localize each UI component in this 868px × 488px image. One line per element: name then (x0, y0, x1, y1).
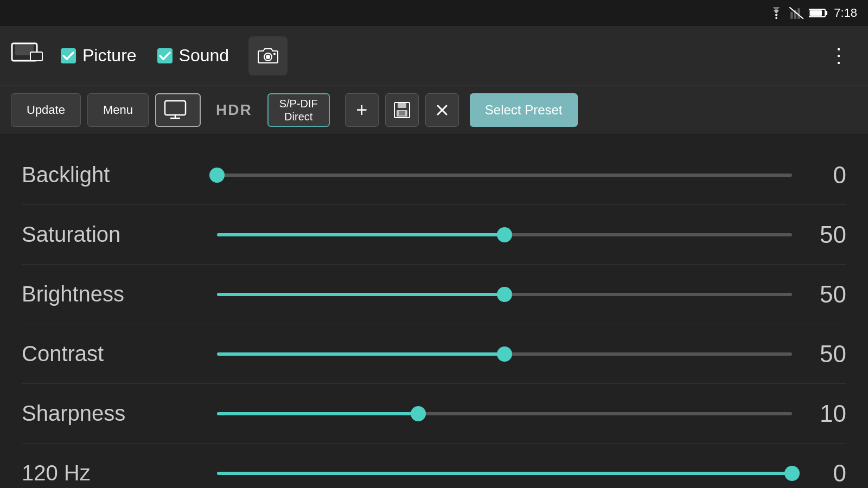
slider-track-wrap-5[interactable] (206, 472, 803, 475)
slider-label-4: Sharpness (22, 401, 206, 426)
slider-track-4 (217, 412, 792, 415)
svg-point-0 (775, 17, 777, 19)
monitor-button[interactable] (155, 93, 201, 127)
slider-label-5: 120 Hz (22, 461, 206, 485)
select-preset-button[interactable]: Select Preset (470, 93, 578, 127)
slider-row-120-hz: 120 Hz0 (22, 444, 846, 488)
slider-row-brightness: Brightness50 (22, 265, 846, 324)
control-bar: Update Menu HDR S/P-DIF Direct + Select (0, 86, 868, 134)
picture-label: Picture (82, 46, 137, 66)
slider-thumb-1[interactable] (497, 227, 512, 242)
slider-value-3: 50 (803, 341, 846, 368)
svg-rect-16 (165, 101, 186, 115)
slider-value-0: 0 (803, 162, 846, 189)
svg-rect-6 (825, 11, 827, 15)
slider-fill-3 (217, 352, 505, 356)
slider-fill-5 (217, 472, 792, 475)
slider-label-3: Contrast (22, 342, 206, 366)
signal-icon (789, 7, 803, 19)
svg-rect-15 (273, 53, 276, 55)
slider-value-4: 10 (803, 400, 846, 427)
slider-value-2: 50 (803, 281, 846, 308)
slider-track-wrap-0[interactable] (206, 174, 803, 177)
slider-track-wrap-2[interactable] (206, 293, 803, 296)
hdr-button[interactable]: HDR (207, 93, 261, 127)
slider-thumb-5[interactable] (784, 466, 800, 481)
slider-row-saturation: Saturation50 (22, 205, 846, 265)
slider-thumb-4[interactable] (411, 406, 426, 421)
add-button[interactable]: + (345, 93, 379, 127)
slider-label-2: Brightness (22, 282, 206, 306)
slider-track-5 (217, 472, 792, 475)
update-button[interactable]: Update (11, 93, 81, 127)
camera-button[interactable] (248, 36, 288, 75)
svg-rect-1 (790, 12, 793, 19)
battery-icon (809, 7, 828, 19)
slider-fill-1 (217, 233, 505, 236)
status-time: 7:18 (834, 6, 857, 20)
slider-label-1: Saturation (22, 222, 206, 247)
status-bar: 7:18 (0, 0, 868, 26)
slider-value-1: 50 (803, 221, 846, 248)
spdif-line2: Direct (284, 110, 312, 123)
sound-label: Sound (179, 46, 229, 66)
delete-button[interactable] (425, 93, 459, 127)
more-button[interactable]: ⋮ (820, 40, 857, 72)
svg-rect-10 (30, 52, 42, 61)
slider-row-sharpness: Sharpness10 (22, 384, 846, 444)
svg-rect-20 (398, 102, 406, 108)
slider-row-backlight: Backlight0 (22, 145, 846, 205)
monitor-icon (11, 42, 43, 69)
slider-thumb-3[interactable] (497, 346, 512, 362)
slider-thumb-2[interactable] (497, 287, 512, 302)
svg-rect-7 (810, 10, 822, 16)
slider-row-contrast: Contrast50 (22, 324, 846, 384)
sound-checkbox[interactable]: Sound (156, 46, 229, 66)
spdif-button[interactable]: S/P-DIF Direct (267, 93, 330, 127)
sliders-container: Backlight0Saturation50Brightness50Contra… (0, 134, 868, 488)
save-button[interactable] (385, 93, 419, 127)
slider-fill-4 (217, 412, 418, 415)
wifi-icon (769, 7, 784, 19)
spdif-line1: S/P-DIF (279, 97, 318, 110)
slider-track-2 (217, 293, 792, 296)
slider-track-1 (217, 233, 792, 236)
slider-track-wrap-4[interactable] (206, 412, 803, 415)
slider-track-wrap-3[interactable] (206, 352, 803, 356)
picture-checkbox[interactable]: Picture (60, 46, 137, 66)
menu-button[interactable]: Menu (87, 93, 149, 127)
slider-track-wrap-1[interactable] (206, 233, 803, 236)
slider-value-5: 0 (803, 460, 846, 487)
svg-point-14 (266, 55, 270, 59)
toolbar: Picture Sound ⋮ (0, 26, 868, 86)
svg-rect-22 (399, 111, 405, 115)
slider-track-3 (217, 352, 792, 356)
slider-thumb-0[interactable] (209, 168, 225, 183)
slider-label-0: Backlight (22, 163, 206, 187)
slider-fill-2 (217, 293, 505, 296)
slider-track-0 (217, 174, 792, 177)
status-icons: 7:18 (769, 6, 857, 20)
